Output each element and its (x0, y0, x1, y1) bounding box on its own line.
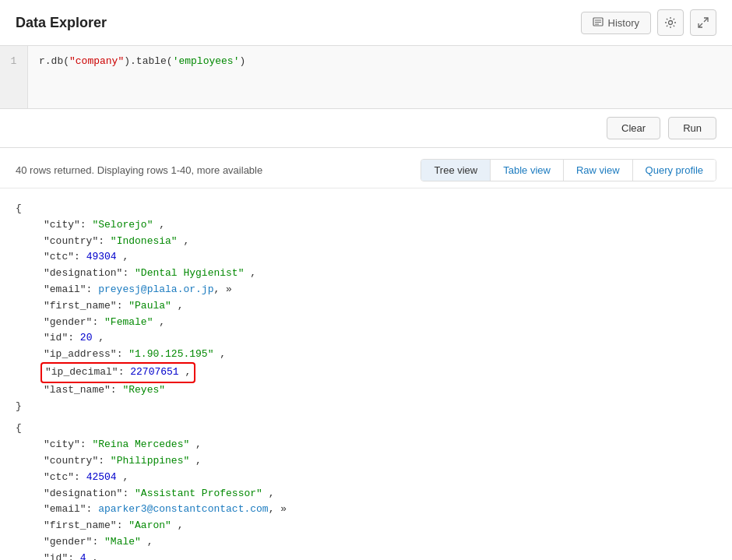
code-area[interactable]: r.db("company").table('employees') (28, 46, 732, 108)
app-container: Data Explorer History (0, 0, 732, 560)
tab-raw-view[interactable]: Raw view (564, 160, 633, 181)
svg-line-5 (704, 18, 708, 22)
history-button[interactable]: History (581, 12, 651, 34)
expand-button[interactable] (690, 9, 716, 36)
record-2-email: "email": aparker3@constantcontact.com, » (16, 502, 716, 518)
record-1-city: "city": "Selorejo" , (16, 217, 716, 234)
history-label: History (608, 17, 639, 29)
code-line-1: r.db("company").table('employees') (39, 54, 721, 69)
app-title: Data Explorer (16, 15, 107, 31)
record-2-gender: "gender": "Male" , (16, 534, 716, 551)
results-section: 40 rows returned. Displaying rows 1-40, … (0, 148, 732, 560)
record-2-open: { (16, 421, 716, 437)
record-2: { "city": "Reina Mercedes" , "country": … (16, 421, 716, 560)
record-1-gender: "gender": "Female" , (16, 315, 716, 331)
tab-tree-view[interactable]: Tree view (421, 160, 491, 181)
record-2-ctc: "ctc": 42504 , (16, 470, 716, 486)
record-1-lastname: "last_name": "Reyes" (16, 382, 716, 399)
code-middle: ).table( (124, 55, 172, 67)
code-suffix: ) (239, 55, 245, 67)
tab-query-profile[interactable]: Query profile (633, 160, 716, 181)
record-1-ip-decimal: "ip_decimal": 22707651 , (16, 363, 716, 382)
view-tabs: Tree view Table view Raw view Query prof… (421, 159, 716, 181)
run-button[interactable]: Run (668, 117, 716, 139)
record-2-country: "country": "Philippines" , (16, 453, 716, 470)
record-2-id: "id": 4 , (16, 551, 716, 560)
record-2-email-link[interactable]: aparker3@constantcontact.com (98, 503, 268, 515)
clear-button[interactable]: Clear (607, 117, 660, 139)
record-1-country: "country": "Indonesia" , (16, 234, 716, 250)
settings-button[interactable] (657, 9, 684, 36)
record-2-designation: "designation": "Assistant Professor" , (16, 486, 716, 502)
record-1: { "city": "Selorejo" , "country": "Indon… (16, 201, 716, 414)
gear-icon (664, 16, 677, 29)
query-editor-section: 1 r.db("company").table('employees') (0, 46, 732, 109)
results-info: 40 rows returned. Displaying rows 1-40, … (16, 164, 262, 176)
header-actions: History (581, 9, 716, 36)
svg-point-4 (669, 21, 673, 25)
code-db: "company" (69, 55, 124, 67)
tab-table-view[interactable]: Table view (491, 160, 564, 181)
record-1-id: "id": 20 , (16, 330, 716, 347)
code-prefix: r.db( (39, 55, 69, 67)
code-table: 'employees' (173, 55, 240, 67)
record-1-open: { (16, 201, 716, 217)
record-1-close: } (16, 399, 716, 415)
record-1-firstname: "first_name": "Paula" , (16, 298, 716, 315)
record-1-ip-address: "ip_address": "1.90.125.195" , (16, 347, 716, 363)
history-icon (593, 17, 604, 28)
record-1-ctc: "ctc": 49304 , (16, 249, 716, 266)
record-1-email-link[interactable]: preyesj@plala.or.jp (98, 284, 213, 295)
record-2-city: "city": "Reina Mercedes" , (16, 437, 716, 453)
results-header: 40 rows returned. Displaying rows 1-40, … (0, 148, 732, 188)
json-output: { "city": "Selorejo" , "country": "Indon… (0, 188, 732, 560)
expand-icon (697, 16, 709, 29)
header: Data Explorer History (0, 0, 732, 46)
record-1-designation: "designation": "Dental Hygienist" , (16, 266, 716, 282)
svg-line-6 (699, 23, 702, 27)
ip-decimal-highlight: "ip_decimal": 22707651 , (40, 362, 195, 383)
line-number-1: 1 (0, 54, 27, 69)
toolbar: Clear Run (0, 109, 732, 148)
record-1-email: "email": preyesj@plala.or.jp, » (16, 282, 716, 298)
query-editor[interactable]: 1 r.db("company").table('employees') (0, 46, 732, 108)
line-numbers: 1 (0, 46, 28, 108)
record-2-firstname: "first_name": "Aaron" , (16, 518, 716, 534)
